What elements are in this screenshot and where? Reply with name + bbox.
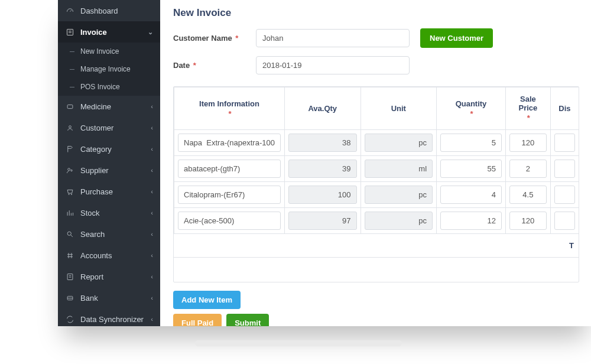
table-row	[174, 130, 579, 156]
sidebar-item-medicine[interactable]: Medicine ‹	[58, 96, 160, 117]
report-icon	[65, 272, 74, 281]
sidebar: Dashboard Invoice ⌄ New Invoice Manage I…	[58, 0, 160, 326]
total-label: T	[174, 234, 579, 257]
table-row	[174, 156, 579, 182]
svg-point-2	[69, 125, 71, 128]
sidebar-item-label: Supplier	[80, 166, 109, 175]
col-discount: Dis	[550, 87, 579, 130]
chevron-left-icon: ‹	[151, 103, 153, 110]
new-customer-button[interactable]: New Customer	[420, 28, 493, 48]
svg-rect-8	[67, 274, 73, 280]
sale-price-input[interactable]	[509, 212, 547, 230]
sidebar-item-data-synchronizer[interactable]: Data Synchronizer ‹	[58, 308, 160, 326]
available-qty-input	[288, 186, 357, 204]
sidebar-item-label: Category	[80, 145, 112, 154]
medicine-icon	[65, 102, 74, 111]
col-unit: Unit	[361, 87, 437, 130]
sidebar-item-label: Bank	[80, 294, 98, 303]
table-row	[174, 208, 579, 234]
quantity-input[interactable]	[440, 134, 502, 152]
invoice-icon	[65, 27, 74, 37]
full-paid-button[interactable]: Full Paid	[173, 314, 222, 326]
unit-input	[365, 160, 433, 178]
col-item: Item Information *	[174, 87, 285, 130]
sidebar-item-label: Medicine	[80, 102, 111, 111]
discount-input[interactable]	[554, 160, 575, 178]
sidebar-item-bank[interactable]: Bank ‹	[58, 287, 160, 308]
chevron-left-icon: ‹	[151, 188, 153, 195]
sidebar-item-stock[interactable]: Stock ‹	[58, 202, 160, 223]
quantity-input[interactable]	[440, 160, 502, 178]
table-header-row: Item Information * Ava.Qty Unit Quantity…	[174, 87, 579, 130]
date-label: Date *	[173, 61, 256, 70]
sidebar-item-dashboard[interactable]: Dashboard	[58, 0, 160, 21]
sidebar-item-label: Data Synchronizer	[80, 315, 144, 324]
chevron-left-icon: ‹	[151, 124, 153, 131]
dashboard-icon	[65, 6, 74, 15]
add-new-item-button[interactable]: Add New Item	[173, 291, 241, 309]
customer-name-label: Customer Name *	[173, 34, 256, 43]
quantity-input[interactable]	[440, 186, 502, 204]
sidebar-item-category[interactable]: Category ‹	[58, 138, 160, 160]
sidebar-item-supplier[interactable]: Supplier ‹	[58, 160, 160, 181]
sidebar-item-label: Purchase	[80, 187, 113, 196]
svg-point-3	[67, 168, 70, 170]
chevron-left-icon: ‹	[151, 230, 153, 238]
chevron-left-icon: ‹	[151, 316, 153, 323]
purchase-icon	[65, 187, 74, 196]
customer-name-input[interactable]	[256, 29, 410, 47]
items-table: Item Information * Ava.Qty Unit Quantity…	[173, 86, 579, 282]
sale-price-input[interactable]	[509, 160, 547, 178]
sale-price-input[interactable]	[509, 134, 547, 152]
sidebar-sub-pos-invoice[interactable]: POS Invoice	[58, 78, 160, 96]
item-name-input[interactable]	[178, 134, 281, 152]
bank-icon	[65, 293, 74, 303]
sidebar-sub-manage-invoice[interactable]: Manage Invoice	[58, 60, 160, 78]
main-content: New Invoice Customer Name * New Customer…	[160, 0, 591, 326]
chevron-left-icon: ‹	[151, 252, 153, 259]
sidebar-item-report[interactable]: Report ‹	[58, 266, 160, 287]
svg-rect-1	[67, 105, 73, 108]
chevron-left-icon: ‹	[151, 294, 153, 301]
table-row	[174, 182, 579, 208]
search-icon	[65, 229, 74, 239]
available-qty-input	[288, 134, 357, 152]
sidebar-sub-new-invoice[interactable]: New Invoice	[58, 43, 160, 60]
accounts-icon	[65, 251, 74, 260]
sidebar-item-label: Stock	[80, 209, 100, 217]
sidebar-item-accounts[interactable]: Accounts ‹	[58, 245, 160, 266]
svg-point-7	[67, 232, 71, 235]
available-qty-input	[288, 212, 357, 230]
svg-point-6	[71, 194, 72, 194]
item-name-input[interactable]	[178, 212, 281, 230]
discount-input[interactable]	[554, 134, 575, 152]
svg-rect-0	[67, 29, 73, 35]
sidebar-item-purchase[interactable]: Purchase ‹	[58, 181, 160, 202]
sidebar-submenu-invoice: New Invoice Manage Invoice POS Invoice	[58, 43, 160, 96]
sidebar-item-search[interactable]: Search ‹	[58, 223, 160, 245]
chevron-left-icon: ‹	[151, 209, 153, 216]
sidebar-item-customer[interactable]: Customer ‹	[58, 117, 160, 138]
item-name-input[interactable]	[178, 186, 281, 204]
device-frame-bar	[195, 340, 402, 346]
discount-input[interactable]	[554, 212, 575, 230]
date-input[interactable]	[256, 56, 410, 74]
sale-price-input[interactable]	[509, 186, 547, 204]
page-title: New Invoice	[173, 7, 579, 19]
quantity-input[interactable]	[440, 212, 502, 230]
sidebar-item-label: Customer	[80, 124, 113, 132]
sidebar-item-label: Search	[80, 230, 105, 239]
chevron-down-icon: ⌄	[148, 28, 153, 36]
svg-point-4	[70, 170, 72, 171]
form-row-customer: Customer Name * New Customer	[173, 28, 579, 48]
unit-input	[365, 212, 433, 230]
col-quantity: Quantity *	[437, 87, 506, 130]
item-name-input[interactable]	[178, 160, 281, 178]
discount-input[interactable]	[554, 186, 575, 204]
submit-button[interactable]: Submit	[226, 314, 269, 326]
supplier-icon	[65, 165, 74, 175]
svg-point-5	[69, 194, 69, 194]
sidebar-item-label: Dashboard	[80, 6, 118, 15]
chevron-left-icon: ‹	[151, 167, 153, 174]
sidebar-item-invoice[interactable]: Invoice ⌄	[58, 21, 160, 43]
